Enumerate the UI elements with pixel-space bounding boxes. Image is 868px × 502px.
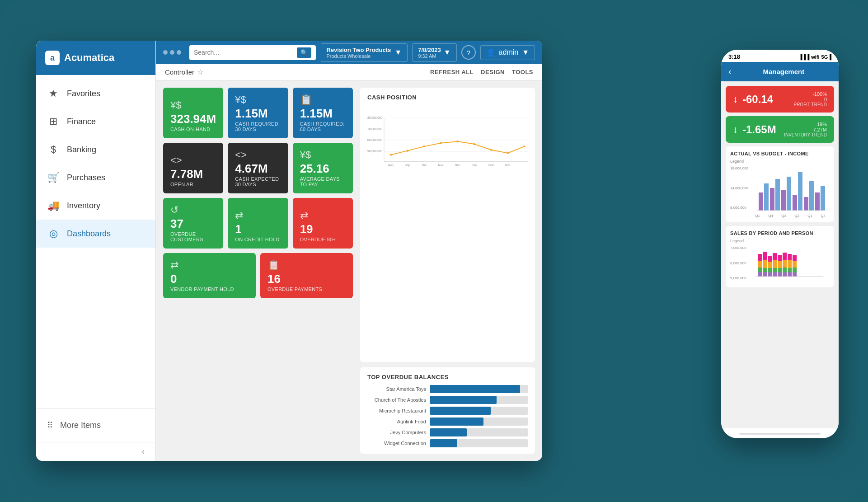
cash-exp-30-icon: <> <box>235 149 281 161</box>
sales-y-bot: 5,000,000 <box>730 276 746 280</box>
kpi-cash-on-hand[interactable]: ¥$ 323.94M CASH ON-HAND <box>163 88 223 138</box>
sidebar-item-banking[interactable]: $ Banking <box>36 136 155 164</box>
search-button[interactable]: 🔍 <box>297 47 311 58</box>
kpi-cash-expected-30[interactable]: <> 4.67M CASH EXPECTED 30 DAYS <box>228 143 288 193</box>
kpi-row-1: ¥$ 323.94M CASH ON-HAND ¥$ 1.15M CASH RE… <box>163 88 353 138</box>
sales-y-axis: 7,000,000 6,000,000 5,000,000 <box>730 245 746 281</box>
income-y-axis: 18,000,000 14,000,000 8,000,000 <box>730 165 748 211</box>
svg-text:Sep: Sep <box>405 164 410 167</box>
svg-text:90,000,000: 90,000,000 <box>367 150 383 153</box>
dot-3 <box>177 50 181 55</box>
logo-icon: a <box>45 51 60 65</box>
svg-rect-33 <box>793 195 797 211</box>
sidebar-label-banking: Banking <box>67 145 96 155</box>
vendor-hold-icon: ⇄ <box>170 259 249 271</box>
sidebar-item-dashboards[interactable]: ◎ Dashboards <box>36 220 155 248</box>
datetime-text: 7/8/2023 9:32 AM <box>418 47 441 59</box>
sidebar-item-favorites[interactable]: ★ Favorites <box>36 80 155 108</box>
main-content: 🔍 Revision Two Products Products Wholesa… <box>156 41 542 461</box>
datetime-selector[interactable]: 7/8/2023 9:32 AM ▼ <box>412 43 456 62</box>
design-button[interactable]: DESIGN <box>481 69 505 75</box>
vendor-hold-label: VENDOR PAYMENT HOLD <box>170 286 249 292</box>
help-button[interactable]: ? <box>461 45 476 60</box>
tools-button[interactable]: TOOLS <box>512 69 533 75</box>
kpi-on-credit-hold[interactable]: ⇄ 1 ON CREDIT HOLD <box>228 198 288 249</box>
wifi-icon: wifi <box>811 54 819 60</box>
svg-rect-50 <box>768 268 772 272</box>
sidebar-item-purchases[interactable]: 🛒 Purchases <box>36 164 155 192</box>
svg-rect-35 <box>804 197 808 211</box>
profit-meta: -100% 0 PROFIT TREND <box>793 91 827 107</box>
kpi-open-ar[interactable]: <> 7.78M OPEN AR <box>163 143 223 193</box>
search-bar: 🔍 <box>189 45 316 60</box>
credit-hold-value: 1 <box>235 223 281 235</box>
svg-point-12 <box>423 145 425 147</box>
svg-rect-51 <box>768 272 772 277</box>
datetime-chevron-icon: ▼ <box>444 48 451 56</box>
kpi-cash-required-60[interactable]: 📋 1.15M CASH REQUIRED: 60 DAYS <box>293 88 353 138</box>
mobile-screen-title: Management <box>736 68 831 75</box>
cash-req-60-label: CASH REQUIRED: 60 DAYS <box>300 121 346 132</box>
user-selector[interactable]: 👤 admin ▼ <box>480 45 535 60</box>
sidebar-item-finance[interactable]: ⊞ Finance <box>36 108 155 136</box>
svg-point-15 <box>473 143 475 145</box>
kpi-overdue-customers[interactable]: ↺ 37 OVERDUE CUSTOMERS <box>163 198 223 249</box>
mobile-statusbar: 3:18 ▐▐▐ wifi 5G▐ <box>721 50 839 62</box>
bar-track-5 <box>430 428 528 436</box>
overdue-customers-value: 37 <box>170 218 216 230</box>
refresh-all-button[interactable]: REFRESH ALL <box>430 69 474 75</box>
kpi-overdue-90[interactable]: ⇄ 19 OVERDUE 90+ <box>293 198 353 249</box>
outer-container: a Acumatica ★ Favorites ⊞ Finance $ Bank… <box>0 0 868 502</box>
mobile-signals: ▐▐▐ wifi 5G▐ <box>799 54 831 60</box>
svg-rect-59 <box>778 272 782 277</box>
favorites-icon: ★ <box>47 88 60 99</box>
dot-1 <box>163 50 168 55</box>
signal-bars: ▐▐▐ <box>799 54 809 60</box>
kpi-overdue-payments[interactable]: 📋 16 OVERDUE PAYMENTS <box>260 253 353 298</box>
mobile-kpi-inventory[interactable]: ↓ -1.65M -19% 7.27M INVENTORY TREND <box>726 116 834 143</box>
sidebar-item-inventory[interactable]: 🚚 Inventory <box>36 192 155 220</box>
svg-rect-41 <box>758 261 762 267</box>
sidebar-collapse-button[interactable]: ‹ <box>142 447 145 456</box>
time-display: 9:32 AM <box>418 53 441 59</box>
svg-rect-62 <box>783 267 787 272</box>
sidebar-logo: a Acumatica <box>36 41 155 75</box>
overdue-payments-value: 16 <box>267 273 346 285</box>
svg-rect-42 <box>758 267 762 272</box>
income-x-q1: Q1 <box>755 214 760 218</box>
overdue-payments-icon: 📋 <box>267 259 346 271</box>
svg-rect-49 <box>768 262 772 268</box>
bar-row-2: Church of The Apostles <box>367 396 528 404</box>
inventory-pct: -19% <box>784 122 827 127</box>
svg-text:Nov: Nov <box>438 164 444 167</box>
income-chart-area: 18,000,000 14,000,000 8,000,000 <box>730 165 830 218</box>
sales-legend: Legend <box>730 239 830 243</box>
sidebar-more-items[interactable]: ⠿ More Items <box>47 416 145 435</box>
bar-row-4: Agrilink Food <box>367 418 528 426</box>
kpi-vendor-payment-hold[interactable]: ⇄ 0 VENDOR PAYMENT HOLD <box>163 253 256 298</box>
breadcrumb-star-icon[interactable]: ☆ <box>197 68 203 76</box>
user-avatar-icon: 👤 <box>486 48 495 57</box>
mobile-back-button[interactable]: ‹ <box>728 66 732 77</box>
svg-rect-40 <box>758 254 762 261</box>
income-x-q2: Q2 <box>794 214 799 218</box>
cash-exp-30-label: CASH EXPECTED 30 DAYS <box>235 176 281 187</box>
kpi-avg-days-pay[interactable]: ¥$ 25.16 AVERAGE DAYS TO PAY <box>293 143 353 193</box>
mobile-mockup: 3:18 ▐▐▐ wifi 5G▐ ‹ Management ↓ -60.14 … <box>721 50 839 438</box>
kpi-row-2: <> 7.78M OPEN AR <> 4.67M CASH EXPECTED … <box>163 143 353 193</box>
vendor-hold-value: 0 <box>170 273 249 285</box>
svg-point-16 <box>490 149 492 150</box>
company-selector[interactable]: Revision Two Products Products Wholesale… <box>321 43 408 62</box>
svg-text:Oct: Oct <box>422 164 427 167</box>
bar-row-5: Jevy Computers <box>367 428 528 436</box>
sidebar-label-inventory: Inventory <box>67 201 100 211</box>
income-bars: Q1 Q4 Q3 Q2 Q1 Q4 <box>751 165 830 218</box>
mobile-kpi-profit[interactable]: ↓ -60.14 -100% 0 PROFIT TREND <box>726 86 834 113</box>
kpi-cash-required-30[interactable]: ¥$ 1.15M CASH REQUIRED: 30 DAYS <box>228 88 288 138</box>
svg-rect-31 <box>781 190 786 211</box>
svg-rect-36 <box>809 181 814 211</box>
sidebar-collapse: ‹ <box>36 442 155 461</box>
search-input[interactable] <box>194 49 293 56</box>
subheader-actions: REFRESH ALL DESIGN TOOLS <box>430 69 533 75</box>
svg-rect-46 <box>763 268 767 272</box>
